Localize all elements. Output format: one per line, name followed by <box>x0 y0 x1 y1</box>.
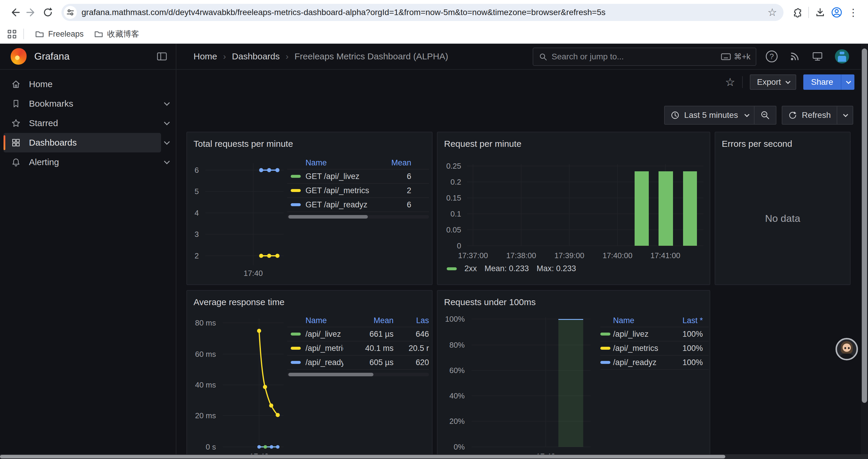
bookmark-folder-freeleaps[interactable]: Freeleaps <box>30 27 89 41</box>
rss-icon[interactable] <box>789 51 800 62</box>
scrollbar-thumb[interactable] <box>0 455 725 458</box>
bookmark-icon <box>11 99 21 108</box>
extensions-icon[interactable] <box>789 4 805 21</box>
site-settings-icon[interactable] <box>64 6 77 19</box>
legend-header-name[interactable]: Name <box>306 316 343 325</box>
legend-header-last[interactable]: Last * <box>668 316 709 325</box>
floating-assistant-avatar[interactable] <box>836 338 858 360</box>
avatar-eye <box>844 347 846 349</box>
legend[interactable]: 2xx Mean: 0.233 Max: 0.233 <box>447 264 576 273</box>
profile-icon[interactable] <box>829 4 845 21</box>
sidebar-item-bookmarks[interactable]: Bookmarks <box>4 94 161 113</box>
series-swatch <box>291 189 301 192</box>
url-text[interactable]: grafana.mathmast.com/d/deytv4rwavabkb/fr… <box>82 8 764 17</box>
legend-row[interactable]: GET /api/_metrics 2 <box>287 184 429 198</box>
panel-avg-response-time[interactable]: Average response time 80 ms 60 ms 40 ms <box>186 290 433 459</box>
legend-scrollbar[interactable] <box>287 215 429 219</box>
forward-icon[interactable] <box>23 4 39 21</box>
legend-row[interactable]: /api/_readyz 605 µs 620 <box>287 356 429 370</box>
export-button[interactable]: Export <box>750 74 796 90</box>
series-name[interactable]: /api/_livez <box>613 330 668 339</box>
breadcrumb-home[interactable]: Home <box>193 52 217 61</box>
panel-title[interactable]: Average response time <box>193 297 284 307</box>
legend-row[interactable]: /api/_readyz 100% <box>600 356 709 370</box>
under100-area[interactable] <box>558 319 583 447</box>
chevron-down-icon[interactable] <box>164 139 170 145</box>
monitor-icon[interactable] <box>812 51 823 62</box>
panel-total-requests[interactable]: Total requests per minute 6 5 4 3 2 17:4… <box>186 132 433 285</box>
grafana-logo-icon[interactable] <box>11 48 27 65</box>
legend-header-name[interactable]: Name <box>613 316 668 325</box>
series-name[interactable]: /api/_readyz <box>613 358 668 367</box>
bookmark-folder-blogs[interactable]: 收藏博客 <box>89 26 145 42</box>
panel-requests-under-100ms[interactable]: Requests under 100ms 100% 80% 60% 40% 20… <box>437 290 710 459</box>
panel-title[interactable]: Requests under 100ms <box>444 297 536 307</box>
legend-row[interactable]: GET /api/_livez 6 <box>287 169 429 184</box>
scrollbar-thumb[interactable] <box>862 48 867 403</box>
share-label[interactable]: Share <box>803 74 841 90</box>
scrollbar-thumb[interactable] <box>288 373 373 376</box>
series-name[interactable]: GET /api/_livez <box>306 172 385 181</box>
panel-title[interactable]: Errors per second <box>722 139 792 149</box>
chevron-down-icon[interactable] <box>164 158 170 164</box>
user-avatar[interactable] <box>835 49 849 64</box>
series-name[interactable]: 2xx <box>464 264 477 273</box>
breadcrumb-dashboards[interactable]: Dashboards <box>232 52 280 61</box>
panel-title[interactable]: Total requests per minute <box>193 139 293 149</box>
share-button[interactable]: Share <box>803 74 855 90</box>
back-icon[interactable] <box>6 4 23 21</box>
sidebar-item-starred[interactable]: Starred <box>4 113 161 133</box>
bookmarks-bar: Freeleaps 收藏博客 <box>0 25 868 44</box>
bar-2xx[interactable] <box>634 171 649 246</box>
series-name[interactable]: /api/_metrics <box>613 344 668 353</box>
refresh-button[interactable]: Refresh <box>782 106 837 124</box>
legend-scrollbar[interactable] <box>287 373 429 376</box>
legend-row[interactable]: /api/_metrics 100% <box>600 341 709 356</box>
series-last: 646 <box>394 330 429 339</box>
series-name[interactable]: /api/_metrics <box>306 344 343 353</box>
legend-row[interactable]: GET /api/_readyz 6 <box>287 198 429 212</box>
sidebar-item-alerting[interactable]: Alerting <box>4 153 161 172</box>
chevron-down-icon[interactable] <box>164 100 170 106</box>
toolbar-separator <box>742 76 743 88</box>
sidebar-collapse-icon[interactable] <box>157 52 167 61</box>
series-mean: 40.1 ms <box>343 344 394 353</box>
bar-2xx[interactable] <box>683 171 697 246</box>
help-icon[interactable]: ? <box>766 51 778 62</box>
horizontal-scrollbar[interactable] <box>0 454 868 459</box>
chevron-down-icon[interactable] <box>164 119 170 125</box>
time-range-picker[interactable]: Last 5 minutes <box>664 106 776 125</box>
download-icon[interactable] <box>812 4 829 21</box>
reload-icon[interactable] <box>39 4 56 21</box>
series-name[interactable]: GET /api/_readyz <box>306 200 385 209</box>
bookmark-star-icon[interactable]: ☆ <box>764 6 780 19</box>
bell-icon <box>11 157 21 167</box>
series-name[interactable]: GET /api/_metrics <box>306 186 385 195</box>
legend-row[interactable]: /api/_livez 100% <box>600 327 709 341</box>
legend-header-mean[interactable]: Mean <box>385 158 429 167</box>
bar-2xx[interactable] <box>658 171 673 246</box>
url-bar[interactable]: grafana.mathmast.com/d/deytv4rwavabkb/fr… <box>61 4 783 21</box>
series-name[interactable]: /api/_readyz <box>306 358 343 367</box>
refresh-interval-button[interactable] <box>837 106 852 124</box>
panel-title[interactable]: Request per minute <box>444 139 522 149</box>
sidebar-item-dashboards[interactable]: Dashboards <box>4 133 161 153</box>
share-menu-button[interactable] <box>841 74 855 90</box>
panel-request-per-minute[interactable]: Request per minute 0.25 0.2 0.15 0.1 0.0… <box>437 132 710 285</box>
search-box[interactable]: ⌘+k <box>533 47 756 66</box>
sidebar-item-home[interactable]: Home <box>4 74 161 94</box>
scrollbar-thumb[interactable] <box>288 215 368 219</box>
legend-header-mean[interactable]: Mean <box>343 316 394 325</box>
panel-errors-per-second[interactable]: Errors per second No data <box>715 132 850 285</box>
legend-header-name[interactable]: Name <box>306 158 385 167</box>
vertical-scrollbar[interactable] <box>861 44 868 454</box>
legend-header-last[interactable]: Las <box>394 316 429 325</box>
series-name[interactable]: /api/_livez <box>306 330 343 339</box>
legend-row[interactable]: /api/_metrics 40.1 ms 20.5 r <box>287 341 429 356</box>
legend-row[interactable]: /api/_livez 661 µs 646 <box>287 327 429 341</box>
apps-grid-icon[interactable] <box>8 30 16 38</box>
search-input[interactable] <box>552 52 721 61</box>
browser-menu-icon[interactable]: ⋮ <box>845 4 862 21</box>
zoom-out-button[interactable] <box>754 106 776 124</box>
favorite-star-icon[interactable]: ☆ <box>725 76 735 89</box>
